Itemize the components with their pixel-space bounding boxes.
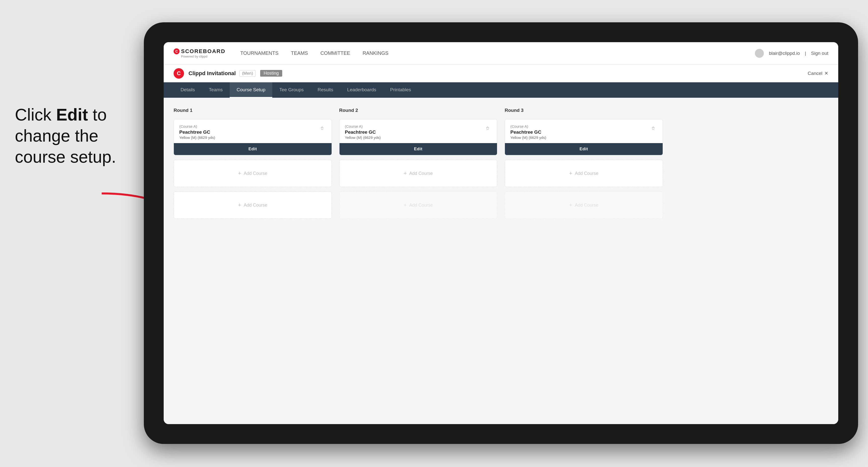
instruction-bold: Edit — [56, 105, 88, 124]
round-3-course-detail: Yellow (M) (6629 yds) — [510, 135, 649, 139]
user-avatar — [755, 49, 764, 58]
tournament-logo: C — [174, 68, 184, 79]
round-1-title: Round 1 — [174, 107, 332, 113]
round-3-delete-icon[interactable] — [649, 124, 657, 132]
plus-icon-r2-2: + — [403, 202, 407, 208]
round-2-add-course-2: + Add Course — [339, 191, 497, 219]
plus-icon-r1-2: + — [238, 202, 241, 208]
user-email: blair@clippd.io — [769, 51, 800, 56]
brand-sub: Powered by clippd — [181, 55, 225, 58]
round-3-course-card: (Course A) Peachtree GC Yellow (M) (6629… — [505, 119, 663, 155]
tab-leaderboards[interactable]: Leaderboards — [340, 82, 383, 98]
nav-teams[interactable]: TEAMS — [291, 50, 308, 56]
round-2-course-label: (Course A) — [345, 124, 484, 128]
instruction-text: Click Edit to change the course setup. — [15, 104, 116, 167]
brand: C SCOREBOARD Powered by clippd — [174, 48, 225, 58]
course-card-header: (Course A) Peachtree GC Yellow (M) (6629… — [179, 124, 326, 143]
tab-teams[interactable]: Teams — [202, 82, 230, 98]
round-2-edit-button[interactable]: Edit — [340, 143, 497, 155]
nav-links: TOURNAMENTS TEAMS COMMITTEE RANKINGS — [240, 50, 755, 56]
round-1-edit-button[interactable]: Edit — [174, 143, 332, 155]
round-2-course-card: (Course A) Peachtree GC Yellow (M) (6629… — [339, 119, 497, 155]
tab-tee-groups[interactable]: Tee Groups — [272, 82, 310, 98]
round-2-add-course-1[interactable]: + Add Course — [339, 160, 497, 187]
tablet-screen: C SCOREBOARD Powered by clippd TOURNAMEN… — [164, 42, 838, 424]
course-card-header-3: (Course A) Peachtree GC Yellow (M) (6629… — [510, 124, 657, 143]
round-2-title: Round 2 — [339, 107, 497, 113]
round-3-add-course-2: + Add Course — [505, 191, 663, 219]
tabs-bar: Details Teams Course Setup Tee Groups Re… — [164, 82, 838, 98]
round-3-course-label: (Course A) — [510, 124, 649, 128]
tournament-name: Clippd Invitational — [188, 70, 236, 76]
nav-tournaments[interactable]: TOURNAMENTS — [240, 50, 279, 56]
nav-rankings[interactable]: RANKINGS — [363, 50, 389, 56]
brand-name: SCOREBOARD — [181, 48, 225, 55]
main-content: Round 1 (Course A) Peachtree GC Yellow (… — [164, 98, 838, 424]
nav-committee[interactable]: COMMITTEE — [320, 50, 350, 56]
tournament-header: C Clippd Invitational (Men) Hosting Canc… — [164, 64, 838, 82]
round-1-course-name: Peachtree GC — [179, 129, 318, 135]
plus-icon-r3-2: + — [569, 202, 572, 208]
round-2-column: Round 2 (Course A) Peachtree GC Yellow (… — [339, 107, 497, 219]
tablet-frame: C SCOREBOARD Powered by clippd TOURNAMEN… — [144, 22, 858, 444]
brand-icon: C — [174, 49, 180, 54]
round-1-column: Round 1 (Course A) Peachtree GC Yellow (… — [174, 107, 332, 219]
round-1-delete-icon[interactable] — [318, 124, 326, 132]
course-card-header-2: (Course A) Peachtree GC Yellow (M) (6629… — [345, 124, 492, 143]
tab-details[interactable]: Details — [174, 82, 202, 98]
round-3-column: Round 3 (Course A) Peachtree GC Yellow (… — [505, 107, 663, 219]
hosting-badge: Hosting — [260, 70, 282, 76]
plus-icon-r1-1: + — [238, 170, 241, 177]
tournament-gender-badge: (Men) — [239, 70, 256, 76]
tab-printables[interactable]: Printables — [383, 82, 418, 98]
round-1-add-course-1[interactable]: + Add Course — [174, 160, 332, 187]
round-3-add-course-1[interactable]: + Add Course — [505, 160, 663, 187]
round-1-add-course-2[interactable]: + Add Course — [174, 191, 332, 219]
nav-right: blair@clippd.io | Sign out — [755, 49, 828, 58]
round-1-course-card: (Course A) Peachtree GC Yellow (M) (6629… — [174, 119, 332, 155]
tab-results[interactable]: Results — [310, 82, 340, 98]
cancel-icon: ✕ — [824, 70, 828, 76]
round-3-course-name: Peachtree GC — [510, 129, 649, 135]
rounds-grid: Round 1 (Course A) Peachtree GC Yellow (… — [174, 107, 828, 219]
round-1-course-label: (Course A) — [179, 124, 318, 128]
sign-out-link[interactable]: Sign out — [811, 51, 828, 56]
cancel-button[interactable]: Cancel ✕ — [808, 70, 828, 76]
round-1-course-detail: Yellow (M) (6629 yds) — [179, 135, 318, 139]
round-2-course-detail: Yellow (M) (6629 yds) — [345, 135, 484, 139]
round-3-title: Round 3 — [505, 107, 663, 113]
nav-separator: | — [805, 51, 806, 56]
plus-icon-r2-1: + — [403, 170, 407, 177]
round-3-edit-button[interactable]: Edit — [505, 143, 663, 155]
empty-column — [670, 107, 829, 219]
plus-icon-r3-1: + — [569, 170, 572, 177]
round-2-delete-icon[interactable] — [484, 124, 492, 132]
tab-course-setup[interactable]: Course Setup — [230, 82, 272, 98]
round-2-course-name: Peachtree GC — [345, 129, 484, 135]
top-navbar: C SCOREBOARD Powered by clippd TOURNAMEN… — [164, 42, 838, 64]
